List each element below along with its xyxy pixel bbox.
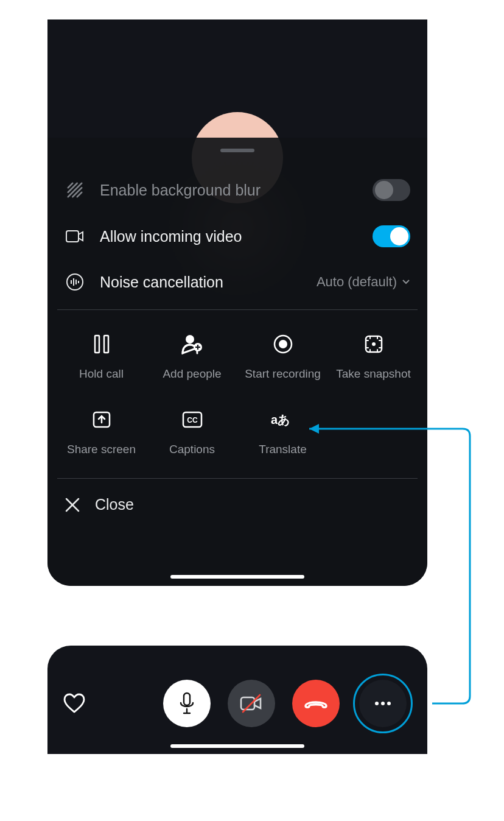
svg-text:aあ: aあ [271, 413, 290, 426]
more-button[interactable] [359, 680, 407, 727]
call-controls-bar [47, 646, 427, 754]
blur-toggle[interactable] [373, 179, 410, 201]
svg-rect-11 [95, 336, 99, 353]
snapshot-label: Take snapshot [336, 367, 411, 381]
hangup-icon [303, 697, 329, 710]
noise-label: Noise cancellation [100, 273, 302, 291]
start-recording-button[interactable]: Start recording [237, 332, 328, 381]
camera-button[interactable] [228, 680, 275, 727]
hold-label: Hold call [79, 367, 124, 381]
noise-dropdown[interactable]: Auto (default) [317, 274, 410, 290]
react-button[interactable] [62, 691, 86, 716]
svg-text:CC: CC [187, 416, 198, 425]
more-icon [374, 701, 392, 706]
settings-rows: Enable background blur Allow incoming vi… [47, 167, 427, 530]
svg-rect-12 [104, 336, 108, 353]
microphone-icon [178, 692, 195, 715]
translate-button[interactable]: aあ Translate [237, 407, 328, 456]
svg-point-13 [186, 335, 194, 344]
svg-point-32 [387, 702, 391, 705]
translate-label: Translate [259, 443, 307, 456]
sheet-grabber[interactable] [220, 149, 254, 152]
actions-grid: Hold call Add people [47, 310, 427, 473]
video-toggle[interactable] [373, 225, 410, 247]
captions-label: Captions [169, 443, 215, 456]
svg-line-3 [72, 188, 82, 197]
snapshot-icon [362, 332, 386, 356]
take-snapshot-button[interactable]: Take snapshot [328, 332, 419, 381]
home-indicator[interactable] [170, 575, 304, 579]
noise-icon [65, 272, 85, 292]
call-options-sheet: Enable background blur Allow incoming vi… [47, 19, 427, 586]
record-label: Start recording [245, 367, 321, 381]
row-noise-cancellation[interactable]: Noise cancellation Auto (default) [47, 259, 427, 305]
svg-point-30 [375, 702, 379, 705]
svg-rect-5 [66, 231, 79, 242]
row-background-blur[interactable]: Enable background blur [47, 167, 427, 213]
share-label: Share screen [67, 443, 136, 456]
blur-icon [65, 180, 85, 200]
close-label: Close [95, 496, 134, 513]
share-screen-button[interactable]: Share screen [56, 407, 147, 456]
pause-icon [89, 332, 114, 356]
annotation-highlight [353, 674, 413, 733]
record-icon [271, 332, 295, 356]
captions-icon: CC [180, 407, 205, 432]
hangup-button[interactable] [292, 680, 340, 727]
svg-point-18 [279, 340, 287, 348]
chevron-down-icon [402, 279, 410, 285]
svg-point-20 [372, 342, 376, 346]
add-label: Add people [163, 367, 221, 381]
svg-point-6 [67, 274, 83, 290]
bottom-sheet: Enable background blur Allow incoming vi… [47, 138, 427, 586]
svg-rect-27 [184, 693, 190, 705]
video-icon [65, 226, 85, 247]
add-people-button[interactable]: Add people [147, 332, 237, 381]
home-indicator-2[interactable] [170, 744, 304, 748]
hold-call-button[interactable]: Hold call [56, 332, 147, 381]
close-button[interactable]: Close [47, 479, 427, 530]
svg-line-1 [68, 183, 77, 192]
camera-off-icon [239, 694, 264, 713]
svg-point-31 [381, 702, 385, 705]
close-icon [65, 497, 80, 513]
row-incoming-video[interactable]: Allow incoming video [47, 213, 427, 259]
add-person-icon [180, 332, 205, 356]
mute-button[interactable] [163, 680, 211, 727]
share-icon [89, 407, 114, 432]
video-label: Allow incoming video [100, 228, 358, 245]
blur-label: Enable background blur [100, 181, 358, 199]
svg-line-0 [68, 183, 73, 188]
noise-value: Auto (default) [317, 274, 397, 290]
svg-line-4 [77, 192, 82, 197]
captions-button[interactable]: CC Captions [147, 407, 237, 456]
translate-icon: aあ [271, 407, 295, 432]
